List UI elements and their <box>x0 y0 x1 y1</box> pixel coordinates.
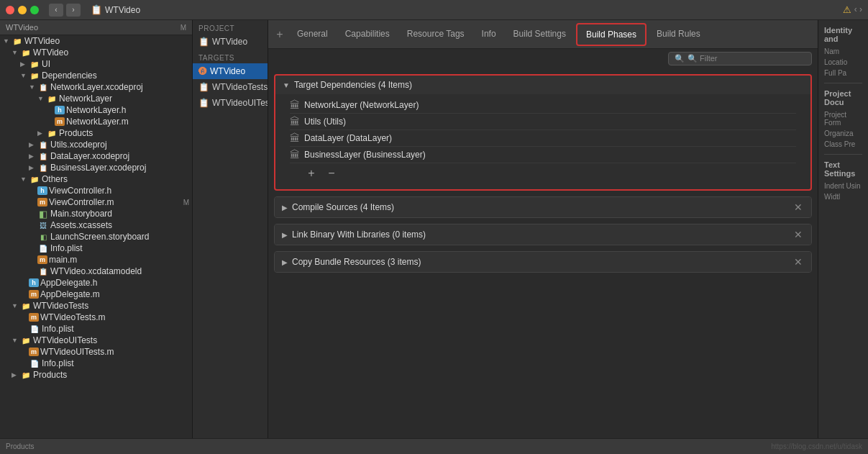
target-wtvideo[interactable]: 🅐 WTVideo <box>193 63 268 79</box>
forward-button[interactable]: › <box>66 4 81 17</box>
m-file-icon: m <box>29 290 39 299</box>
folder-icon: 📁 <box>20 335 32 345</box>
tree-networklayer-folder[interactable]: ▼ 📁 NetworkLayer <box>0 93 192 104</box>
location-field-label: Locatio <box>824 58 862 66</box>
tree-products-bottom[interactable]: ▶ 📁 Products <box>0 369 192 381</box>
tree-main-storyboard[interactable]: ▶ ◧ Main.storyboard <box>0 208 192 219</box>
sidebar-header: WTVideo M <box>0 20 192 35</box>
width-field-label: Widtl <box>824 193 862 201</box>
tree-viewcontroller-m[interactable]: ▶ m ViewController.m M <box>0 196 192 208</box>
storyboard-icon: ◧ <box>37 232 49 242</box>
tree-info-plist[interactable]: ▶ 📄 Info.plist <box>0 242 192 254</box>
tree-datalayer-proj[interactable]: ▶ 📋 DataLayer.xcodeproj <box>0 150 192 162</box>
add-dependency-button[interactable]: + <box>304 166 319 181</box>
filter-icon: 🔍 <box>675 54 685 63</box>
expand-arrow: ▶ <box>29 141 37 148</box>
project-item-wtvideo[interactable]: 📋 WTVideo <box>193 34 268 50</box>
tree-wtvideouitetss[interactable]: ▼ 📁 WTVideoUITests <box>0 335 192 346</box>
expand-arrow: ▼ <box>20 176 29 183</box>
plist-icon: 📄 <box>29 358 40 368</box>
tab-build-settings[interactable]: Build Settings <box>505 20 575 49</box>
watermark-text: https://blog.csdn.net/u/tidask <box>771 442 862 450</box>
tree-networklayer-h[interactable]: ▶ h NetworkLayer.h <box>0 104 192 116</box>
tree-wtvideo-sub[interactable]: ▼ 📁 WTVideo <box>0 47 192 58</box>
tree-launchscreen[interactable]: ▶ ◧ LaunchScreen.storyboard <box>0 231 192 242</box>
m-file-icon: m <box>37 255 47 264</box>
tree-utils-proj[interactable]: ▶ 📋 Utils.xcodeproj <box>0 139 192 150</box>
build-phases-content: ▼ Target Dependencies (4 Items) 🏛 Networ… <box>268 68 818 438</box>
target-wtvideouitetss[interactable]: 📋 WTVideoUITests <box>193 95 268 111</box>
folder-icon: 📁 <box>20 370 32 380</box>
folder-icon: 📁 <box>29 174 40 184</box>
warning-icon: ⚠ <box>843 4 851 15</box>
tree-root-wtvideo[interactable]: ▼ 📁 WTVideo <box>0 35 192 47</box>
folder-icon: 📁 <box>20 301 32 311</box>
phase-link-binary-header[interactable]: ▶ Link Binary With Libraries (0 items) ✕ <box>275 224 811 245</box>
navigation-buttons: ‹ › <box>49 4 81 17</box>
close-button[interactable] <box>6 6 14 14</box>
phase-compile-sources: ▶ Compile Sources (4 Items) ✕ <box>274 196 812 218</box>
tree-networklayer-m[interactable]: ▶ m NetworkLayer.m <box>0 116 192 127</box>
h-file-icon: h <box>29 278 39 287</box>
xcodeproj-icon: 📋 <box>37 140 49 150</box>
minimize-button[interactable] <box>18 6 27 14</box>
remove-dependency-button[interactable]: − <box>324 166 339 181</box>
folder-icon: 📁 <box>29 71 40 81</box>
tree-viewcontroller-h[interactable]: ▶ h ViewController.h <box>0 185 192 196</box>
tab-resource-tags[interactable]: Resource Tags <box>398 20 473 49</box>
target-wtvideotests[interactable]: 📋 WTVideoTests <box>193 79 268 95</box>
phase-expand-arrow: ▶ <box>282 258 288 266</box>
status-bar: Products https://blog.csdn.net/u/tidask <box>0 438 868 454</box>
tree-wtvideotests-m[interactable]: ▶ m WTVideoTests.m <box>0 312 192 323</box>
storyboard-icon: ◧ <box>37 209 49 219</box>
tree-others[interactable]: ▼ 📁 Others <box>0 173 192 185</box>
folder-icon: 📁 <box>20 47 32 58</box>
tree-businesslayer-proj[interactable]: ▶ 📋 BusinessLayer.xcodeproj <box>0 162 192 173</box>
phase-close-button[interactable]: ✕ <box>792 201 804 213</box>
xcodeproj-icon: 📋 <box>37 151 49 161</box>
tree-appdelegate-h[interactable]: ▶ h AppDelegate.h <box>0 277 192 289</box>
phase-target-dependencies-header[interactable]: ▼ Target Dependencies (4 Items) <box>275 76 810 94</box>
window-title: 📋 WTVideo <box>91 4 140 15</box>
phase-copy-bundle: ▶ Copy Bundle Resources (3 items) ✕ <box>274 251 812 273</box>
phase-copy-bundle-header[interactable]: ▶ Copy Bundle Resources (3 items) ✕ <box>275 252 811 272</box>
org-field-label: Organiza <box>824 130 862 137</box>
expand-arrow: ▼ <box>29 83 37 91</box>
tab-general[interactable]: General <box>288 20 337 49</box>
xcassets-icon: 🖼 <box>37 220 49 230</box>
phase-compile-sources-header[interactable]: ▶ Compile Sources (4 Items) ✕ <box>275 197 811 217</box>
tree-wtvideouitetss-plist[interactable]: ▶ 📄 Info.plist <box>0 358 192 369</box>
tree-wtvideotests-plist[interactable]: ▶ 📄 Info.plist <box>0 323 192 335</box>
m-file-icon: m <box>29 348 39 356</box>
form-field-label: Project Form <box>824 111 862 127</box>
tab-build-phases[interactable]: Build Phases <box>576 23 647 46</box>
tree-products-1[interactable]: ▶ 📁 Products <box>0 127 192 139</box>
phase-target-dependencies-body: 🏛 NetworkLayer (NetworkLayer) 🏛 Utils (U… <box>275 94 810 189</box>
fullpath-field-label: Full Pa <box>824 69 862 77</box>
tree-main-m[interactable]: ▶ m main.m <box>0 254 192 265</box>
filter-input[interactable]: 🔍 🔍 Filter <box>668 52 812 65</box>
project-file-icon: 📋 <box>198 37 209 47</box>
expand-arrow: ▼ <box>12 337 20 344</box>
phase-close-button[interactable]: ✕ <box>792 256 804 268</box>
back-button[interactable]: ‹ <box>49 4 63 17</box>
maximize-button[interactable] <box>30 6 39 14</box>
tree-wtvideouitetss-m[interactable]: ▶ m WTVideoUITests.m <box>0 346 192 358</box>
phase-close-button[interactable]: ✕ <box>792 229 804 240</box>
tab-capabilities[interactable]: Capabilities <box>337 20 398 49</box>
tree-dependencies[interactable]: ▼ 📁 Dependencies <box>0 70 192 81</box>
add-tab-button[interactable]: + <box>271 26 288 43</box>
phase-target-dependencies: ▼ Target Dependencies (4 Items) 🏛 Networ… <box>274 74 812 191</box>
m-file-icon: m <box>29 313 39 322</box>
tree-appdelegate-m[interactable]: ▶ m AppDelegate.m <box>0 289 192 300</box>
content-area: + General Capabilities Resource Tags Inf… <box>268 20 818 438</box>
tree-networklayer-proj[interactable]: ▼ 📋 NetworkLayer.xcodeproj <box>0 81 192 93</box>
expand-arrow: ▼ <box>3 37 12 45</box>
tab-info[interactable]: Info <box>473 20 505 49</box>
tree-xcdata[interactable]: ▶ 📋 WTVideo.xcdatamodeld <box>0 265 192 277</box>
tree-assets[interactable]: ▶ 🖼 Assets.xcassets <box>0 219 192 231</box>
project-section-label: PROJECT <box>193 20 268 34</box>
tree-ui[interactable]: ▶ 📁 UI <box>0 58 192 70</box>
tab-build-rules[interactable]: Build Rules <box>648 20 709 49</box>
tree-wtvideotests[interactable]: ▼ 📁 WTVideoTests <box>0 300 192 312</box>
